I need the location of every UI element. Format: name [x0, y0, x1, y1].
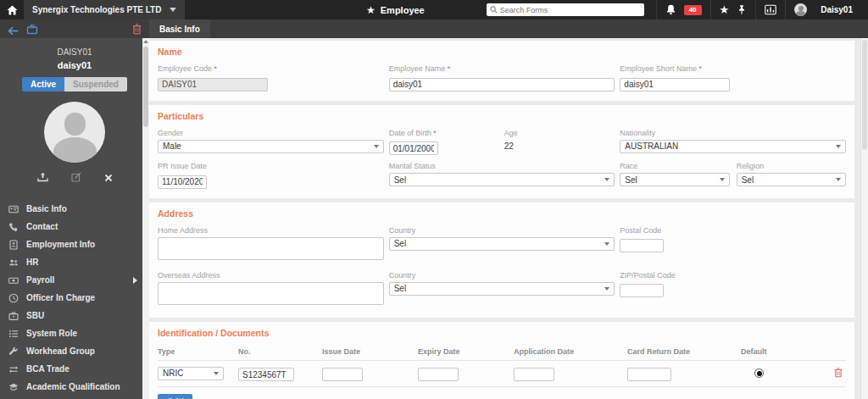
tab-bar: Basic Info: [0, 19, 868, 38]
chevron-down-icon: [214, 372, 219, 375]
username: Daisy01: [821, 5, 853, 14]
sidebar-item-officer-in-charge[interactable]: Officer In Charge: [0, 289, 149, 307]
chevron-down-icon: [170, 8, 176, 12]
country-select[interactable]: Sel: [389, 237, 615, 251]
default-radio[interactable]: [754, 369, 764, 378]
remove-photo-button[interactable]: [104, 170, 113, 186]
sidebar-item-payroll[interactable]: Payroll: [0, 271, 149, 289]
pin-icon[interactable]: [737, 4, 747, 15]
religion-select[interactable]: Sel: [737, 173, 846, 186]
section-address: Address Home Address Country Sel Postal …: [149, 202, 854, 318]
card-return-date-field[interactable]: [627, 368, 671, 381]
chevron-down-icon: [604, 287, 609, 291]
user-group[interactable]: Daisy01: [785, 0, 868, 19]
upload-icon: [37, 172, 48, 182]
marital-status-select[interactable]: Sel: [389, 173, 615, 186]
chevron-down-icon: [604, 178, 609, 181]
people-icon: [8, 258, 19, 268]
overseas-address-field[interactable]: [158, 282, 384, 305]
issue-date-field[interactable]: [322, 368, 363, 381]
application-date-field[interactable]: [514, 368, 554, 381]
chevron-down-icon: [374, 145, 379, 148]
sidebar-item-contact[interactable]: Contact: [0, 218, 149, 236]
search-icon: [490, 6, 498, 14]
scroll-up-arrow-icon: [143, 40, 148, 43]
topbar: Synergix Technologies PTE LTD ★ Employee…: [0, 0, 868, 19]
chevron-down-icon: [836, 145, 841, 148]
home-button[interactable]: [0, 0, 24, 19]
company-selector[interactable]: Synergix Technologies PTE LTD: [24, 0, 185, 19]
home-address-field[interactable]: [158, 237, 384, 260]
badge-icon: [8, 240, 19, 250]
status-toggle: Active Suspended: [0, 77, 149, 91]
save-button[interactable]: [26, 23, 38, 38]
delete-row-button[interactable]: [834, 366, 843, 381]
search-input[interactable]: [500, 6, 641, 14]
phone-icon: [8, 222, 19, 232]
submenu-arrow-icon: [133, 277, 137, 284]
user-avatar: [794, 3, 807, 16]
sidebar-item-academic-qualification[interactable]: Academic Qualification: [0, 378, 149, 396]
briefcase-icon: [8, 311, 19, 321]
tab-basic-info[interactable]: Basic Info: [149, 19, 210, 38]
back-button[interactable]: [8, 24, 19, 39]
bell-icon[interactable]: [665, 4, 676, 15]
scrollbar-thumb: [862, 40, 867, 150]
main-scrollbar[interactable]: [860, 38, 868, 399]
employee-name-field[interactable]: [389, 78, 615, 91]
chart-icon[interactable]: [765, 4, 776, 15]
chevron-down-icon: [604, 242, 609, 246]
sidebar-item-workhead-group[interactable]: Workhead Group: [0, 342, 149, 360]
date-of-birth-field[interactable]: [389, 141, 438, 155]
sidebar-item-system-role[interactable]: System Role: [0, 324, 149, 342]
sidebar-item-sbu[interactable]: SBU: [0, 307, 149, 324]
zip-postal-code-field[interactable]: [620, 284, 664, 297]
main-content: Name Employee Code * Employee Name * Emp…: [149, 38, 868, 399]
nationality-select[interactable]: AUSTRALIAN: [620, 140, 846, 153]
edit-photo-button[interactable]: [71, 170, 81, 186]
section-identification: Identification / Documents Type No. Issu…: [149, 322, 854, 399]
postal-code-field[interactable]: [620, 239, 664, 252]
gender-select[interactable]: Male: [158, 140, 384, 153]
notification-count-badge[interactable]: 40: [684, 5, 702, 15]
add-identification-button[interactable]: Add: [158, 394, 192, 399]
status-active-button[interactable]: Active: [22, 77, 64, 91]
notifications-group: 40: [656, 0, 710, 19]
pr-issue-date-field[interactable]: [158, 175, 207, 189]
favorites-group: ★: [710, 0, 756, 19]
star-icon[interactable]: ★: [720, 4, 730, 15]
sidebar-item-bca-trade[interactable]: BCA Trade: [0, 360, 149, 378]
sidebar-item-hr[interactable]: HR: [0, 253, 149, 271]
section-particulars: Particulars Gender Male Date of Birth *: [149, 105, 854, 198]
exchange-icon: [8, 364, 19, 374]
id-type-select[interactable]: NRIC: [158, 367, 224, 380]
graduation-cap-icon: [8, 382, 19, 392]
close-icon: [104, 174, 113, 182]
identification-table-header: Type No. Issue Date Expiry Date Applicat…: [158, 346, 846, 360]
expiry-date-field[interactable]: [418, 368, 459, 381]
topbar-actions: 40 ★ Daisy01: [487, 0, 868, 19]
dashboard-group: [755, 0, 785, 19]
employee-photo-placeholder: [44, 102, 105, 163]
edit-icon: [71, 172, 81, 182]
race-select[interactable]: Sel: [620, 173, 729, 186]
favorite-star-icon[interactable]: ★: [366, 5, 376, 15]
chevron-down-icon: [836, 178, 841, 181]
overseas-country-select[interactable]: Sel: [389, 282, 615, 296]
upload-photo-button[interactable]: [37, 170, 48, 186]
sidebar-scrollbar[interactable]: [142, 38, 149, 399]
home-icon: [7, 5, 18, 15]
back-arrow-icon: [8, 26, 19, 36]
sidebar-employee-code: DAISY01: [0, 47, 149, 57]
delete-record-button[interactable]: [132, 23, 142, 38]
id-number-field[interactable]: [238, 368, 294, 381]
sidebar-item-employment-info[interactable]: Employment Info: [0, 236, 149, 253]
status-suspended-button[interactable]: Suspended: [64, 77, 127, 91]
chevron-down-icon: [720, 178, 725, 181]
search-forms-box[interactable]: [487, 3, 644, 16]
save-icon: [26, 24, 38, 35]
list-icon: [8, 329, 19, 339]
employee-short-name-field[interactable]: [620, 78, 730, 91]
identification-row: NRIC: [158, 360, 846, 388]
sidebar-item-basic-info[interactable]: Basic Info: [0, 200, 149, 218]
